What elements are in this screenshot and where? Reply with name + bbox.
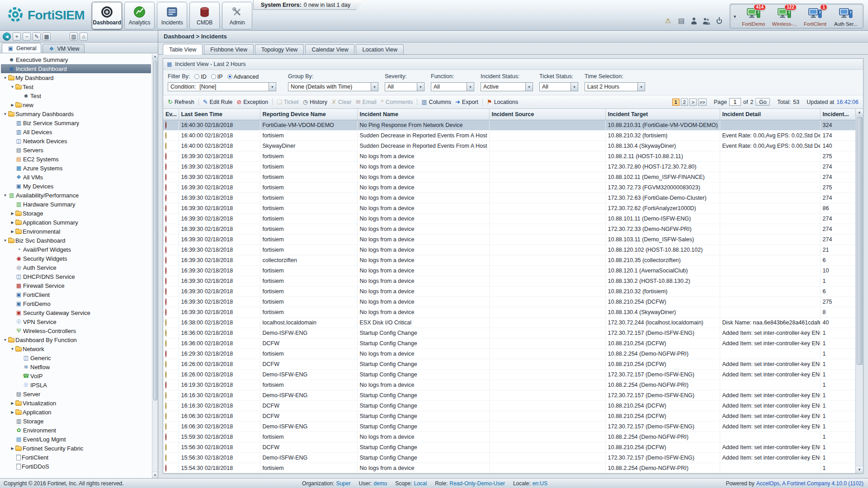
remove-button[interactable]: − (23, 33, 31, 41)
tree-item-ipsla[interactable]: ☉IPSLA (1, 380, 151, 389)
view-tab-table-view[interactable]: Table View (163, 44, 203, 55)
incident-row[interactable]: 16:39:30 02/18/2018fortisiemNo logs from… (163, 151, 855, 161)
collapse-arrow-icon[interactable]: ▼ (3, 112, 8, 116)
expand-arrow-icon[interactable]: ▶ (10, 401, 15, 405)
tree-item-dashboard-by-function[interactable]: ▼Dashboard By Function (1, 335, 151, 344)
edit-button[interactable]: ✎ (33, 33, 41, 41)
tree-item-network[interactable]: ▼Network (1, 344, 151, 353)
radio-ip[interactable]: IP (211, 74, 223, 80)
radio-advanced[interactable]: Advanced (227, 74, 259, 80)
updated-time[interactable]: 16:42:06 (836, 99, 859, 105)
tree-item-biz-svc-dashboard[interactable]: ▼Biz Svc Dashboard (1, 236, 151, 245)
column-header-incident-detail[interactable]: Incident Detail (720, 109, 820, 120)
view-tab-topology-view[interactable]: Topology View (255, 44, 304, 54)
tree-item-security-gateway-service[interactable]: ▣Security Gateway Service (1, 308, 151, 317)
tree-item-forticlient[interactable]: ▣FortiClient (1, 290, 151, 299)
tree-item-my-dashboard[interactable]: ▼My Dashboard (1, 73, 151, 82)
nav-tab-cmdb[interactable]: CMDB (189, 2, 220, 29)
select-ticket-status[interactable]: All▼ (539, 82, 578, 91)
tree-item-application-summary[interactable]: ▶Application Summary (1, 218, 151, 227)
incident-row[interactable]: 16:39:30 02/18/2018fortisiemNo logs from… (163, 244, 855, 255)
columns-button[interactable]: ▥Columns (421, 99, 451, 105)
home-button[interactable]: ⌂ (80, 33, 88, 41)
expand-arrow-icon[interactable]: ▶ (10, 221, 15, 225)
select-group-by[interactable]: None (Details with Time)▼ (288, 82, 378, 91)
user-icon[interactable] (690, 17, 698, 25)
expand-arrow-icon[interactable]: ▶ (10, 230, 15, 234)
incident-row[interactable]: 16:38:00 02/18/2018localhost.localdomain… (163, 317, 855, 328)
tree-item-azure-systems[interactable]: ▦Azure Systems (1, 164, 151, 173)
incident-row[interactable]: 16:26:00 02/18/2018Demo-ISFW-ENGStartup … (163, 369, 855, 380)
radio-id[interactable]: ID (194, 74, 207, 80)
incident-row[interactable]: 16:16:30 02/18/2018Demo-ISFW-ENGStartup … (163, 390, 855, 400)
powered-by-link[interactable]: AccelOps, A Fortinet Company 4.10.0 (110… (756, 480, 863, 487)
go-button[interactable]: Go (755, 98, 770, 106)
incident-row[interactable]: 16:16:30 02/18/2018DCFWStartup Config Ch… (163, 400, 855, 411)
incident-row[interactable]: 16:40:00 02/18/2018fortisiemSudden Decre… (163, 130, 855, 141)
incident-row[interactable]: 16:39:30 02/18/2018fortisiemNo logs from… (163, 307, 855, 317)
incident-row[interactable]: 16:40:30 02/18/2018FortiGate-VM-VDOM-DEM… (163, 120, 855, 130)
tree-item-event-log-mgmt[interactable]: ▤Event/Log Mgmt (1, 435, 151, 444)
table-scrollbar[interactable]: ▲ ▼ (855, 109, 863, 473)
page-button-[interactable]: >> (698, 99, 707, 106)
incident-row[interactable]: 16:39:30 02/18/2018fortisiemNo logs from… (163, 296, 855, 307)
export-button[interactable]: ➔Export (455, 99, 478, 105)
tree-item-server[interactable]: ▤Server (1, 389, 151, 399)
tree-item-test[interactable]: ▼Test (1, 82, 151, 91)
nav-tab-dashboard[interactable]: Dashboard (92, 2, 122, 29)
layout-button[interactable]: ▦ (42, 33, 51, 41)
view-tab-fishbone-view[interactable]: Fishbone View (204, 44, 254, 54)
collapse-arrow-icon[interactable]: ▼ (3, 76, 8, 80)
tree-item-all-devices[interactable]: ▥All Devices (1, 127, 151, 136)
system-errors-banner[interactable]: System Errors: 0 new in last 1 day (253, 0, 364, 10)
tree-item-incident-dashboard[interactable]: ▣Incident Dashboard (1, 64, 151, 73)
tree-item-netflow[interactable]: ≋Netflow (1, 362, 151, 371)
nav-tab-analytics[interactable]: Analytics (124, 2, 155, 29)
incident-row[interactable]: 16:39:30 02/18/2018fortisiemNo logs from… (163, 213, 855, 224)
view-tab-calendar-view[interactable]: Calendar View (305, 44, 354, 54)
refresh-button[interactable]: ↻Refresh (168, 99, 194, 105)
incident-row[interactable]: 16:39:30 02/18/2018fortisiemNo logs from… (163, 172, 855, 182)
tree-item-vpn-service[interactable]: ☉VPN Service (1, 317, 151, 326)
tree-item-network-devices[interactable]: ◫Network Devices (1, 136, 151, 145)
column-header-last-seen-time[interactable]: Last Seen Time (179, 109, 260, 120)
tree-item-environmental[interactable]: ▶Environmental (1, 227, 151, 236)
column-header-ev[interactable]: Ev... (163, 109, 179, 120)
page-button-[interactable]: > (689, 99, 697, 106)
incident-row[interactable]: 16:39:30 02/18/2018fortisiemNo logs from… (163, 265, 855, 276)
tree-item-fortidemo[interactable]: ▣FortiDemo (1, 299, 151, 308)
history-button[interactable]: ◷History (303, 99, 327, 105)
select-time-selection[interactable]: Last 2 Hours▼ (585, 82, 645, 91)
expand-arrow-icon[interactable]: ▶ (10, 211, 15, 216)
tree-item-storage[interactable]: ▥Storage (1, 417, 151, 426)
column-header-reporting-device-name[interactable]: Reporting Device Name (260, 109, 357, 120)
tree-item-avail-perf-widgets[interactable]: ◔Avail/Perf Widgets (1, 245, 151, 254)
status-widget-forticlient[interactable]: 1FortiClient (801, 6, 830, 27)
expand-arrow-icon[interactable]: ▶ (10, 410, 15, 414)
incident-row[interactable]: 15:59:30 02/18/2018fortisiemNo logs from… (163, 432, 855, 442)
tree-item-voip[interactable]: ☎VoIP (1, 371, 151, 380)
incident-row[interactable]: 16:39:30 02/18/2018fortisiemNo logs from… (163, 203, 855, 213)
incident-row[interactable]: 16:39:30 02/18/2018fortisiemNo logs from… (163, 224, 855, 234)
scroll-up-icon[interactable]: ▲ (856, 109, 863, 116)
incident-row[interactable]: 16:39:30 02/18/2018fortisiemNo logs from… (163, 161, 855, 172)
page-button-2[interactable]: 2 (681, 99, 688, 106)
add-button[interactable]: + (13, 33, 21, 41)
incident-row[interactable]: 16:40:00 02/18/2018SkywayDinerSudden Dec… (163, 141, 855, 151)
tree-item-security-widgets[interactable]: ◉Security Widgets (1, 254, 151, 263)
tree-item-ec2-systems[interactable]: ▤EC2 Systems (1, 155, 151, 164)
condition-select[interactable]: Condition:[None]▼ (168, 82, 276, 91)
incident-row[interactable]: 16:39:30 02/18/2018fortisiemNo logs from… (163, 276, 855, 286)
tree-item-test[interactable]: ☻Test (1, 91, 151, 100)
tree-item-biz-service-summary[interactable]: ▥Biz Service Summary (1, 118, 151, 127)
column-header-incident-name[interactable]: Incident Name (357, 109, 489, 120)
incident-row[interactable]: 16:39:30 02/18/2018collectorziftenNo log… (163, 255, 855, 265)
select-severity[interactable]: All▼ (385, 82, 425, 91)
tree-item-firewall-service[interactable]: ▦Firewall Service (1, 281, 151, 290)
incident-row[interactable]: 16:39:30 02/18/2018fortisiemNo logs from… (163, 182, 855, 192)
tree-item-fortiddos[interactable]: FortiDDoS (1, 462, 151, 471)
tree-item-hardware-summary[interactable]: ▥Hardware Summary (1, 200, 151, 209)
exception-button[interactable]: ⊘Exception (236, 99, 268, 105)
tree-item-availability-performance[interactable]: ▼▥Availability/Performance (1, 191, 151, 200)
incident-row[interactable]: 16:06:30 02/18/2018DCFWStartup Config Ch… (163, 411, 855, 421)
